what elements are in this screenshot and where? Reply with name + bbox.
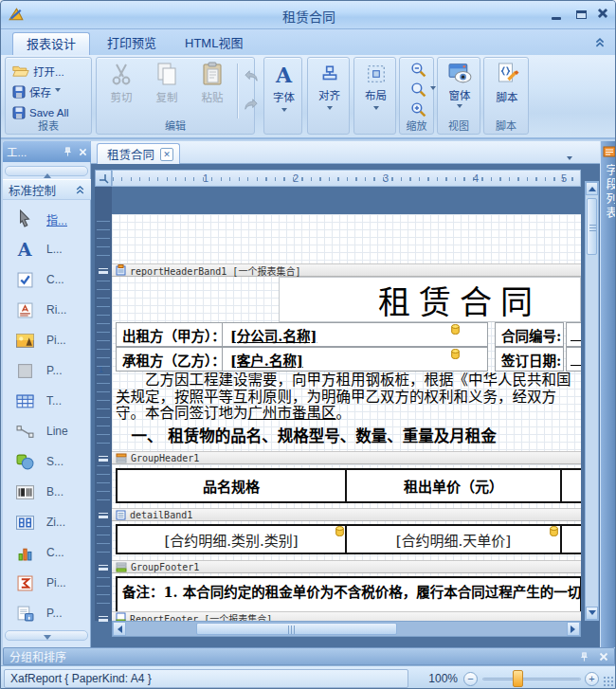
zoom-slider-thumb[interactable] (513, 670, 523, 687)
toolbox-item-table[interactable]: T... (3, 386, 91, 416)
zoom-out-button[interactable]: − (463, 672, 478, 686)
resize-grip[interactable] (603, 676, 614, 687)
zoom-button[interactable] (407, 80, 436, 100)
band-strip-report-header[interactable]: reportHeaderBand1 [一个报表集合] (112, 263, 581, 277)
zoom-in-button[interactable]: + (585, 672, 599, 686)
vertical-scrollbar[interactable] (585, 181, 599, 621)
scroll-down-icon[interactable] (586, 607, 598, 620)
horizontal-scrollbar[interactable] (112, 621, 581, 637)
tab-html-view[interactable]: HTML视图 (172, 32, 256, 55)
toolbox-item-pivotgrid[interactable]: Pi... (3, 568, 91, 598)
form-view-button[interactable]: 窗体 (438, 62, 481, 111)
party-b-label-cell[interactable]: 承租方（乙方）： (116, 347, 223, 372)
toolbox-item-label[interactable]: A L... (3, 234, 91, 264)
note-box[interactable]: 备注：1. 本合同约定的租金单价为不含税价格，履行本合同过程产生的一切税费由 (116, 576, 581, 614)
align-button[interactable]: 对齐 (308, 63, 351, 113)
toolbox-item-pageinfo[interactable]: P... (3, 598, 91, 628)
party-a-value-cell[interactable]: [分公司.名称] (222, 322, 488, 347)
zoom-in-button[interactable] (407, 100, 426, 119)
open-button[interactable]: 打开... (9, 61, 64, 81)
richtext-icon (10, 302, 39, 318)
document-tab[interactable]: 租赁合同 ✕ (97, 143, 180, 164)
sign-date-value-cell[interactable] (566, 347, 581, 372)
band-grip-group-header[interactable] (97, 451, 110, 464)
band-strip-group-header[interactable]: GroupHeader1 (112, 451, 581, 464)
section-heading[interactable]: 一、 租赁物的品名、规格型号、数量、重量及月租金 (116, 424, 581, 446)
ruler-corner-button[interactable] (95, 170, 112, 187)
collapse-chevron-icon[interactable] (75, 185, 85, 195)
tab-report-design[interactable]: 报表设计 (12, 32, 90, 55)
cut-button[interactable]: 剪切 (100, 62, 142, 104)
ribbon-collapse-icon[interactable] (594, 37, 606, 48)
toolbox-splitter-top[interactable] (5, 166, 88, 176)
close-icon[interactable] (599, 652, 608, 662)
toolbox-item-richtext[interactable]: Ri... (3, 295, 91, 325)
table-header-col3[interactable] (560, 468, 581, 503)
scroll-right-icon[interactable] (567, 622, 580, 636)
save-button[interactable]: 保存 (9, 82, 61, 101)
toolbox-item-barcode[interactable]: B... (3, 477, 91, 507)
report-footer-band-icon (116, 612, 126, 621)
toolbox-header[interactable]: 工... (3, 141, 91, 162)
zoom-out-button[interactable] (407, 60, 426, 80)
vertical-scroll-thumb[interactable] (587, 198, 597, 255)
band-grip-report-header[interactable] (97, 263, 110, 277)
window-title: 租赁合同 (1, 7, 616, 26)
font-button[interactable]: A 字体 (264, 63, 303, 115)
party-a-label-cell[interactable]: 出租方（甲方）： (116, 322, 223, 347)
scroll-up-icon[interactable] (586, 182, 598, 195)
band-grip-report-footer[interactable] (97, 611, 110, 625)
detail-cell-price[interactable]: [合约明细.天单价] (345, 524, 562, 554)
close-button[interactable] (596, 7, 613, 20)
report-header-band-icon (116, 264, 126, 276)
toolbox-section-standard-controls[interactable]: 标准控制 (3, 179, 91, 200)
contract-no-value-cell[interactable] (566, 322, 581, 347)
contract-paragraph[interactable]: 乙方因工程建设需要，向甲方租用钢板桩，根据《中华人民共和国 关规定，按照平等互利… (116, 372, 581, 423)
layout-button[interactable]: 布局 (354, 63, 397, 113)
paste-button[interactable]: 粘贴 (191, 62, 233, 104)
toolbox-item-shape[interactable]: S... (3, 446, 91, 477)
toolbox-item-chart[interactable]: C... (3, 537, 91, 568)
minimize-button[interactable] (549, 9, 566, 22)
toolbox-item-zipcode[interactable]: Zi... (3, 507, 91, 537)
toolbox-item-panel[interactable]: P... (3, 355, 91, 386)
pin-icon[interactable] (579, 651, 589, 662)
zoom-slider-track[interactable] (482, 678, 581, 680)
tab-close-icon[interactable]: ✕ (160, 148, 173, 161)
toolbox-item-line[interactable]: Line (3, 416, 91, 446)
table-header-col1[interactable]: 品名规格 (116, 468, 347, 503)
group-sort-panel-header[interactable]: 分组和排序 (3, 647, 615, 665)
font-dropdown-arrow (281, 108, 287, 115)
toolbox-item-pointer[interactable]: 指... (3, 204, 91, 234)
party-b-value-cell[interactable]: [客户.名称] (222, 347, 488, 372)
scroll-left-icon[interactable] (113, 622, 126, 636)
report-page: reportHeaderBand1 [一个报表集合] 租赁合同 出租方（甲方）：… (112, 214, 581, 621)
ribbon-group-report: 打开... 保存 Save All 报表 (5, 57, 92, 135)
table-header-col2[interactable]: 租出单价（元） (345, 468, 562, 503)
maximize-button[interactable] (573, 9, 590, 22)
field-list-tab[interactable]: 字段列表 (600, 141, 616, 647)
sign-date-label-cell[interactable]: 签订日期: (495, 347, 564, 372)
zoom-value: 100% (416, 672, 458, 685)
zipcode-icon (10, 516, 39, 530)
band-strip-group-footer[interactable]: GroupFooter1 (112, 560, 581, 573)
band-strip-detail[interactable]: detailBand1 (112, 508, 581, 521)
group-label-script: 脚本 (484, 118, 528, 133)
horizontal-scroll-thumb[interactable] (196, 623, 397, 635)
save-dropdown-arrow[interactable] (55, 88, 61, 95)
toolbox-item-checkbox[interactable]: C... (3, 264, 91, 295)
script-button[interactable]: 脚本 (484, 62, 530, 104)
detail-cell-3[interactable] (560, 524, 581, 554)
copy-button[interactable]: 复制 (146, 62, 188, 104)
band-grip-group-footer[interactable] (97, 560, 110, 573)
toolbox-item-picturebox[interactable]: Pi... (3, 325, 91, 355)
toolbox-splitter-bottom[interactable] (5, 630, 88, 641)
close-icon[interactable] (79, 148, 87, 156)
tab-print-preview[interactable]: 打印预览 (94, 32, 170, 55)
contract-no-label-cell[interactable]: 合同编号: (495, 322, 564, 347)
band-grip-detail[interactable] (97, 508, 110, 521)
band-strip-report-footer[interactable]: ReportFooter [一个报表集合] (112, 611, 581, 621)
pin-icon[interactable] (63, 146, 73, 157)
detail-cell-category[interactable]: [合约明细.类别.类别] (116, 524, 347, 554)
report-title[interactable]: 租赁合同 (378, 277, 541, 323)
